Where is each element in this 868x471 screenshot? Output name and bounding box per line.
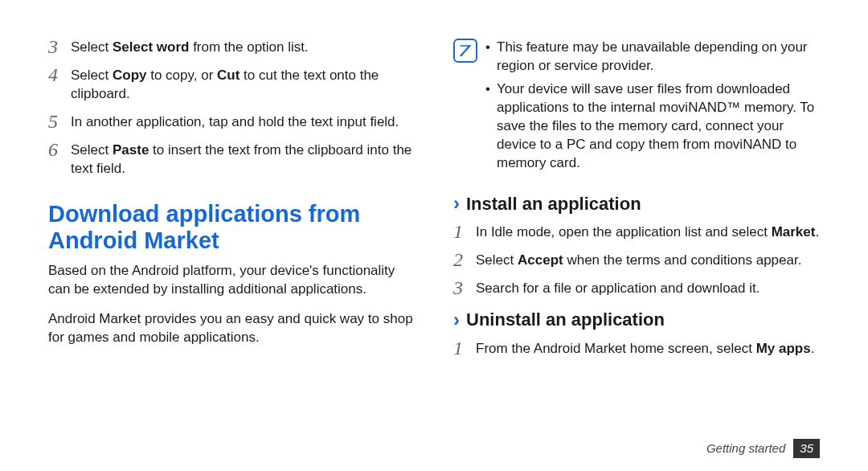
step-number: 3 [48, 37, 71, 56]
chevron-right-icon: › [453, 310, 460, 330]
step-body: From the Android Market home screen, sel… [476, 340, 820, 358]
step-number: 5 [48, 112, 71, 131]
right-column: This feature may be unavailable dependin… [453, 39, 820, 439]
subheading-uninstall: › Uninstall an application [453, 308, 820, 332]
step-body: In another application, tap and hold the… [71, 113, 415, 132]
note-item: This feature may be unavailable dependin… [485, 39, 820, 76]
install-step-1: 1 In Idle mode, open the application lis… [453, 223, 820, 242]
step-number: 1 [453, 338, 476, 358]
paragraph: Android Market provides you an easy and … [48, 310, 415, 347]
install-step-2: 2 Select Accept when the terms and condi… [453, 252, 820, 270]
subheading-text: Uninstall an application [466, 308, 665, 332]
step-body: Select Copy to copy, or Cut to cut the t… [71, 67, 415, 104]
section-heading: Download applications from Android Marke… [48, 201, 415, 255]
step-3: 3 Select Select word from the option lis… [48, 39, 415, 57]
subheading-install: › Install an application [453, 192, 820, 216]
install-step-3: 3 Search for a file or application and d… [453, 280, 820, 298]
subheading-text: Install an application [466, 192, 641, 216]
step-number: 3 [453, 278, 476, 297]
step-6: 6 Select Paste to insert the text from t… [48, 141, 415, 178]
step-number: 1 [453, 222, 476, 241]
note-list: This feature may be unavailable dependin… [485, 39, 820, 178]
step-body: In Idle mode, open the application list … [476, 223, 820, 242]
step-body: Select Paste to insert the text from the… [71, 141, 415, 178]
footer-section: Getting started [706, 440, 785, 457]
step-4: 4 Select Copy to copy, or Cut to cut the… [48, 67, 415, 104]
left-column: 3 Select Select word from the option lis… [48, 39, 415, 439]
step-number: 2 [453, 250, 476, 269]
step-body: Select Accept when the terms and conditi… [476, 252, 820, 270]
paragraph: Based on the Android platform, your devi… [48, 262, 415, 299]
chevron-right-icon: › [453, 194, 460, 213]
note-item: Your device will save user files from do… [485, 80, 820, 173]
step-number: 6 [48, 140, 71, 159]
note-icon [453, 39, 477, 63]
step-body: Search for a file or application and dow… [476, 280, 820, 298]
step-body: Select Select word from the option list. [71, 39, 415, 57]
step-number: 4 [48, 65, 71, 84]
uninstall-step-1: 1 From the Android Market home screen, s… [453, 340, 820, 358]
page-number: 35 [793, 439, 820, 458]
page-footer: Getting started 35 [706, 439, 820, 458]
step-5: 5 In another application, tap and hold t… [48, 113, 415, 132]
note-box: This feature may be unavailable dependin… [453, 39, 820, 178]
